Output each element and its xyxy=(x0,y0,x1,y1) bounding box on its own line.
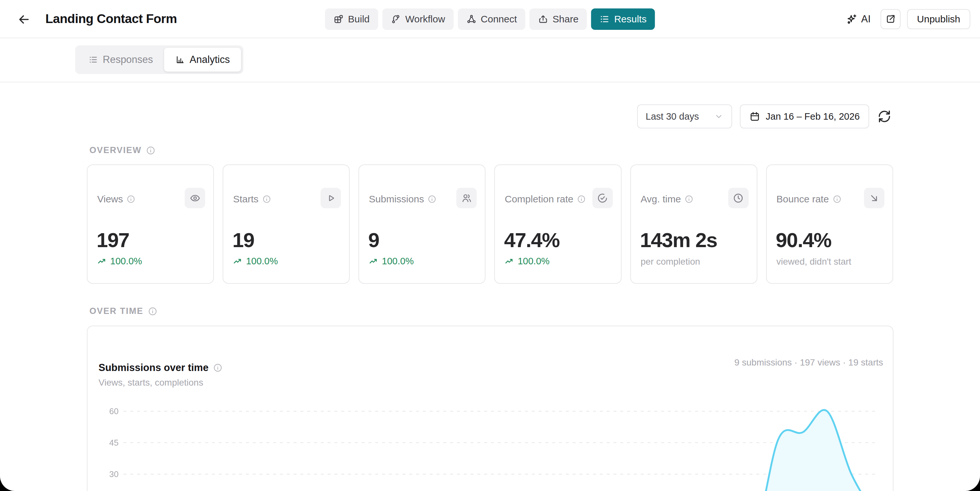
info-icon[interactable] xyxy=(577,194,586,204)
tab-analytics-label: Analytics xyxy=(189,54,230,65)
users-icon-glyph xyxy=(461,193,472,204)
tab-connect[interactable]: Connect xyxy=(458,8,525,30)
open-form-button[interactable] xyxy=(880,9,900,29)
unpublish-button[interactable]: Unpublish xyxy=(907,9,970,29)
y-tick-45: 45 xyxy=(109,438,119,448)
top-right-actions: AI Unpublish xyxy=(843,9,970,29)
stat-card-value: 197 xyxy=(97,230,129,250)
stat-card-completion-rate: Completion rate 47.4% 100.0% xyxy=(494,164,621,284)
filter-controls: Last 30 days Jan 16 – Feb 16, 2026 xyxy=(637,104,892,128)
trending-up-icon xyxy=(504,257,514,266)
info-icon[interactable] xyxy=(262,194,271,204)
views-area xyxy=(124,410,876,491)
stat-card-trend-value: 100.0% xyxy=(382,256,414,266)
stat-card-label: Avg. time xyxy=(641,194,681,205)
stat-card-submissions: Submissions 9 100.0% xyxy=(358,164,485,284)
y-tick-60: 60 xyxy=(109,407,119,416)
y-tick-30: 30 xyxy=(109,469,119,479)
sparkles-icon xyxy=(846,13,858,25)
ai-button[interactable]: AI xyxy=(843,13,874,25)
stat-card-label-row: Views xyxy=(97,194,135,205)
bar-chart-icon xyxy=(175,55,185,65)
external-link-icon xyxy=(885,14,896,25)
tab-build-label: Build xyxy=(348,14,370,25)
stat-card-label: Bounce rate xyxy=(776,194,829,205)
view-tabs: Responses Analytics xyxy=(75,45,243,74)
stat-card-trend: 100.0% xyxy=(97,256,142,266)
share-icon xyxy=(538,14,548,24)
info-icon[interactable] xyxy=(832,194,842,204)
page-title: Landing Contact Form xyxy=(45,12,177,26)
arrow-down-right-icon-glyph xyxy=(869,193,880,204)
stat-card-bounce-rate: Bounce rate 90.4% viewed, didn't start xyxy=(766,164,893,284)
stat-card-trend: 100.0% xyxy=(369,256,414,266)
overview-cards: Views 197 100.0% Starts 19 100.0% xyxy=(87,164,893,284)
overview-section-title: OVERVIEW xyxy=(89,145,142,155)
stat-card-label: Starts xyxy=(233,194,258,205)
date-range-select-value: Last 30 days xyxy=(646,111,699,122)
stat-card-trend: 100.0% xyxy=(233,256,278,266)
views-line xyxy=(124,410,876,491)
info-icon[interactable] xyxy=(146,146,156,155)
app-window: Landing Contact Form Build Workflow Conn… xyxy=(0,0,980,491)
clock-icon xyxy=(728,188,749,208)
check-circle-icon-glyph xyxy=(597,193,608,204)
stat-card-label-row: Bounce rate xyxy=(776,194,842,205)
stat-card-subtitle: per completion xyxy=(641,257,700,267)
tab-build[interactable]: Build xyxy=(325,8,378,30)
date-range-picker[interactable]: Jan 16 – Feb 16, 2026 xyxy=(740,104,869,128)
tab-results-label: Results xyxy=(614,14,646,25)
stat-card-label: Views xyxy=(97,194,123,205)
tab-share[interactable]: Share xyxy=(530,8,587,30)
stat-card-label: Completion rate xyxy=(504,194,573,205)
stat-card-value: 143m 2s xyxy=(640,230,717,250)
info-icon[interactable] xyxy=(684,194,694,204)
back-button[interactable] xyxy=(17,12,31,27)
tab-share-label: Share xyxy=(552,14,579,25)
tab-connect-label: Connect xyxy=(480,14,517,25)
overview-section-label: OVERVIEW xyxy=(89,145,156,155)
stat-card-value: 19 xyxy=(232,230,254,250)
play-icon-glyph xyxy=(325,193,336,204)
trending-up-icon xyxy=(97,257,107,266)
stat-card-trend-value: 100.0% xyxy=(246,256,278,266)
main-nav: Build Workflow Connect Share Results xyxy=(325,8,655,30)
stat-card-trend: 100.0% xyxy=(504,256,549,266)
clock-icon-glyph xyxy=(733,193,744,204)
trending-up-icon xyxy=(369,257,379,266)
stat-card-views: Views 197 100.0% xyxy=(87,164,214,284)
stat-card-trend-value: 100.0% xyxy=(517,256,549,266)
refresh-button[interactable] xyxy=(877,109,892,124)
submissions-over-time-card: Submissions over time Views, starts, com… xyxy=(87,325,894,491)
blocks-icon xyxy=(334,14,344,24)
play-icon xyxy=(320,188,341,208)
tab-workflow[interactable]: Workflow xyxy=(382,8,454,30)
tab-workflow-label: Workflow xyxy=(406,14,445,25)
eye-icon xyxy=(185,188,205,208)
arrow-down-right-icon xyxy=(864,188,885,208)
stat-card-subtitle: viewed, didn't start xyxy=(776,257,851,267)
tab-responses[interactable]: Responses xyxy=(78,48,164,72)
date-range-value: Jan 16 – Feb 16, 2026 xyxy=(766,111,860,122)
over-time-section-label: OVER TIME xyxy=(89,306,158,316)
tab-results[interactable]: Results xyxy=(591,8,655,30)
ai-button-label: AI xyxy=(861,13,870,25)
tab-analytics[interactable]: Analytics xyxy=(164,48,241,72)
info-icon[interactable] xyxy=(428,194,436,204)
stat-card-avg-time: Avg. time 143m 2s per completion xyxy=(630,164,757,284)
stat-card-label-row: Starts xyxy=(233,194,271,205)
stat-card-label-row: Submissions xyxy=(369,194,436,205)
over-time-section-title: OVER TIME xyxy=(89,306,143,316)
workflow-icon xyxy=(391,14,401,24)
info-icon[interactable] xyxy=(148,306,158,316)
users-icon xyxy=(456,188,477,208)
trending-up-icon xyxy=(233,257,243,266)
unpublish-button-label: Unpublish xyxy=(917,14,960,25)
stat-card-label-row: Avg. time xyxy=(641,194,694,205)
info-icon[interactable] xyxy=(126,194,135,204)
submissions-over-time-chart[interactable]: 304560 xyxy=(88,326,894,491)
date-range-select[interactable]: Last 30 days xyxy=(637,104,732,128)
stat-card-label-row: Completion rate xyxy=(504,194,586,205)
top-bar: Landing Contact Form Build Workflow Conn… xyxy=(0,0,980,38)
eye-icon-glyph xyxy=(189,193,200,204)
